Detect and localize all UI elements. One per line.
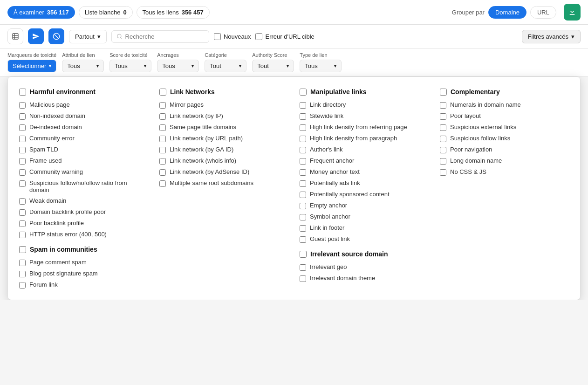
tab-examiner[interactable]: À examiner 356 117 xyxy=(7,6,75,19)
item-high-density-paragraph[interactable]: High link density from paragraph xyxy=(300,135,429,142)
nouveaux-checkbox-label[interactable]: Nouveaux xyxy=(214,33,251,40)
item-spam-tld[interactable]: Spam TLD xyxy=(19,146,148,153)
item-suspicious-follow[interactable]: Suspicious follow links xyxy=(440,135,569,142)
item-frame-used[interactable]: Frame used xyxy=(19,157,148,165)
item-irrelevant-geo[interactable]: Irrelevant geo xyxy=(300,263,429,271)
col-harmful-checkbox[interactable] xyxy=(19,89,26,96)
item-poor-backlink[interactable]: Poor backlink profile xyxy=(19,220,148,227)
col-harmful: Harmful environment Malicious page Non-i… xyxy=(19,88,148,292)
partout-dropdown[interactable]: Partout ▾ xyxy=(69,30,107,43)
item-de-indexed[interactable]: De-indexed domain xyxy=(19,124,148,131)
item-suspicious-external[interactable]: Suspicious external links xyxy=(440,124,569,131)
toolbar: Partout ▾ Nouveaux Erreur d'URL cible Fi… xyxy=(0,25,588,48)
search-box[interactable] xyxy=(111,30,209,43)
filter-ancrages-select[interactable]: Tous ▾ xyxy=(157,60,199,72)
filtres-avances-button[interactable]: Filtres avancés ▾ xyxy=(522,30,581,43)
filter-marqueurs-label: Marqueurs de toxicité xyxy=(7,52,56,58)
col-irrelevant-checkbox[interactable] xyxy=(300,251,307,258)
item-link-network-adsense[interactable]: Link network (by AdSense ID) xyxy=(159,168,288,176)
filters-row: Marqueurs de toxicité Sélectionner ▾ Att… xyxy=(0,48,588,76)
item-suspicious-ratio[interactable]: Suspicious follow/nofollow ratio from do… xyxy=(19,179,148,193)
block-icon-btn[interactable] xyxy=(48,28,64,44)
erreur-checkbox-label[interactable]: Erreur d'URL cible xyxy=(255,33,314,40)
item-irrelevant-domain-theme[interactable]: Irrelevant domain theme xyxy=(300,275,429,282)
item-long-domain[interactable]: Long domain name xyxy=(440,157,569,165)
filter-authority-select[interactable]: Tout ▾ xyxy=(252,60,294,72)
svg-rect-0 xyxy=(13,34,18,39)
item-no-css-js[interactable]: No CSS & JS xyxy=(440,168,569,176)
group-by-url[interactable]: URL xyxy=(530,6,556,19)
item-mirror-pages[interactable]: Mirror pages xyxy=(159,101,288,109)
item-link-network-whois[interactable]: Link network (whois info) xyxy=(159,157,288,165)
item-link-directory[interactable]: Link directory xyxy=(300,101,429,109)
item-potentially-sponsored[interactable]: Potentially sponsored content xyxy=(300,191,429,198)
item-link-network-ip[interactable]: Link network (by IP) xyxy=(159,112,288,120)
item-non-indexed[interactable]: Non-indexed domain xyxy=(19,112,148,120)
item-numerals[interactable]: Numerals in domain name xyxy=(440,101,569,109)
item-page-comment[interactable]: Page comment spam xyxy=(19,259,148,266)
item-malicious[interactable]: Malicious page xyxy=(19,101,148,109)
item-authors-link[interactable]: Author's link xyxy=(300,146,429,153)
item-community-warning[interactable]: Community warning xyxy=(19,168,148,176)
item-community-error[interactable]: Community error xyxy=(19,135,148,142)
filter-marqueurs-value: Sélectionner xyxy=(13,62,46,69)
filter-type: Type de lien Tous ▾ xyxy=(300,52,342,72)
item-same-page-title[interactable]: Same page title domains xyxy=(159,124,288,131)
col-networks-checkbox[interactable] xyxy=(159,89,166,96)
group-by-domaine[interactable]: Domaine xyxy=(488,6,526,19)
search-input[interactable] xyxy=(125,33,204,40)
send-icon-btn[interactable] xyxy=(28,28,44,44)
filter-authority-label: Authority Score xyxy=(252,52,294,58)
filter-ancrages-label: Ancrages xyxy=(157,52,199,58)
dropdown-panel: Harmful environment Malicious page Non-i… xyxy=(7,76,581,300)
item-weak-domain[interactable]: Weak domain xyxy=(19,197,148,205)
svg-line-7 xyxy=(121,37,122,38)
filter-authority-arrow: ▾ xyxy=(287,63,289,69)
nouveaux-label: Nouveaux xyxy=(224,33,251,40)
item-poor-layout[interactable]: Poor layout xyxy=(440,112,569,120)
col-manipulative-checkbox[interactable] xyxy=(300,89,307,96)
item-domain-backlink-poor[interactable]: Domain backlink profile poor xyxy=(19,208,148,216)
svg-line-5 xyxy=(54,34,58,38)
export-icon-btn[interactable] xyxy=(7,28,23,44)
filter-type-value: Tous xyxy=(305,62,317,69)
item-forum-link[interactable]: Forum link xyxy=(19,281,148,289)
item-link-in-footer[interactable]: Link in footer xyxy=(300,224,429,232)
item-multiple-subdomains[interactable]: Multiple same root subdomains xyxy=(159,179,288,187)
item-sitewide-link[interactable]: Sitewide link xyxy=(300,112,429,120)
group-by-section: Grouper par Domaine URL xyxy=(452,6,556,19)
item-empty-anchor[interactable]: Empty anchor xyxy=(300,202,429,209)
tab-liens-label: Tous les liens xyxy=(143,9,179,16)
nouveaux-checkbox[interactable] xyxy=(214,33,221,40)
filter-categorie-select[interactable]: Tout ▾ xyxy=(205,60,246,72)
filter-categorie-label: Catégorie xyxy=(205,52,246,58)
tab-liens[interactable]: Tous les liens 356 457 xyxy=(137,6,210,19)
item-link-network-url[interactable]: Link network (by URL path) xyxy=(159,135,288,142)
top-bar: À examiner 356 117 Liste blanche 0 Tous … xyxy=(0,0,588,25)
col-spam-checkbox[interactable] xyxy=(19,246,26,253)
item-http-error[interactable]: HTTP status error (400, 500) xyxy=(19,231,148,238)
filter-marqueurs-select[interactable]: Sélectionner ▾ xyxy=(7,60,56,72)
item-potentially-ads[interactable]: Potentially ads link xyxy=(300,179,429,187)
item-symbol-anchor[interactable]: Symbol anchor xyxy=(300,213,429,220)
item-high-density-referring[interactable]: High link density from referring page xyxy=(300,124,429,131)
col-networks-title: Link Networks xyxy=(170,88,215,96)
col-complementary-checkbox[interactable] xyxy=(440,89,447,96)
filter-score-select[interactable]: Tous ▾ xyxy=(109,60,151,72)
download-button[interactable] xyxy=(564,4,581,21)
partout-arrow: ▾ xyxy=(97,33,101,40)
item-poor-navigation[interactable]: Poor navigation xyxy=(440,146,569,153)
item-guest-post[interactable]: Guest post link xyxy=(300,235,429,243)
col-complementary-header: Complementary xyxy=(440,88,569,96)
col-harmful-header: Harmful environment xyxy=(19,88,148,96)
item-money-anchor[interactable]: Money anchor text xyxy=(300,168,429,176)
filter-categorie: Catégorie Tout ▾ xyxy=(205,52,246,72)
item-link-network-ga[interactable]: Link network (by GA ID) xyxy=(159,146,288,153)
erreur-checkbox[interactable] xyxy=(255,33,262,40)
filter-attribut-select[interactable]: Tous ▾ xyxy=(62,60,104,72)
tab-blanche[interactable]: Liste blanche 0 xyxy=(79,6,133,19)
filter-type-select[interactable]: Tous ▾ xyxy=(300,60,342,72)
item-blog-signature[interactable]: Blog post signature spam xyxy=(19,270,148,277)
col-complementary: Complementary Numerals in domain name Po… xyxy=(440,88,569,292)
item-frequent-anchor[interactable]: Frequent anchor xyxy=(300,157,429,165)
